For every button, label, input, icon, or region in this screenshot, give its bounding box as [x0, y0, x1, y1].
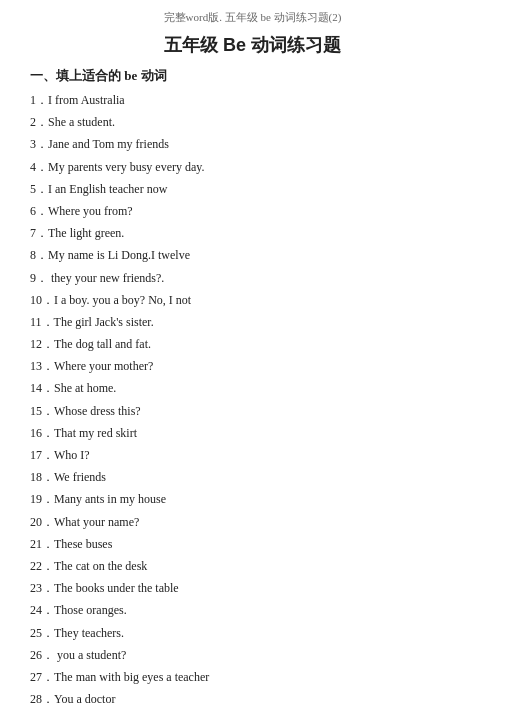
section1: 一、填上适合的 be 动词 1．I from Australia2．She a … [30, 67, 475, 714]
exercise-list-1: 1．I from Australia2．She a student.3．Jane… [30, 91, 475, 714]
list-item: 21．These buses [30, 535, 475, 554]
list-item: 26． you a student? [30, 646, 475, 665]
list-item: 17．Who I? [30, 446, 475, 465]
list-item: 13．Where your mother? [30, 357, 475, 376]
list-item: 18．We friends [30, 468, 475, 487]
list-item: 22．The cat on the desk [30, 557, 475, 576]
list-item: 8．My name is Li Dong.I twelve [30, 246, 475, 265]
list-item: 16．That my red skirt [30, 424, 475, 443]
list-item: 4．My parents very busy every day. [30, 158, 475, 177]
list-item: 12．The dog tall and fat. [30, 335, 475, 354]
list-item: 15．Whose dress this? [30, 402, 475, 421]
list-item: 19．Many ants in my house [30, 490, 475, 509]
list-item: 28．You a doctor [30, 690, 475, 709]
list-item: 5．I an English teacher now [30, 180, 475, 199]
list-item: 23．The books under the table [30, 579, 475, 598]
list-item: 9． they your new friends?. [30, 269, 475, 288]
section1-title: 一、填上适合的 be 动词 [30, 67, 475, 85]
list-item: 2．She a student. [30, 113, 475, 132]
list-item: 10．I a boy. you a boy? No, I not [30, 291, 475, 310]
list-item: 14．She at home. [30, 379, 475, 398]
list-item: 7．The light green. [30, 224, 475, 243]
list-item: 24．Those oranges. [30, 601, 475, 620]
list-item: 3．Jane and Tom my friends [30, 135, 475, 154]
list-item: 1．I from Australia [30, 91, 475, 110]
list-item: 11．The girl Jack's sister. [30, 313, 475, 332]
list-item: 25．They teachers. [30, 624, 475, 643]
list-item: 6．Where you from? [30, 202, 475, 221]
page-header: 完整word版. 五年级 be 动词练习题(2) [30, 10, 475, 25]
list-item: 27．The man with big eyes a teacher [30, 668, 475, 687]
list-item: 20．What your name? [30, 513, 475, 532]
main-title: 五年级 Be 动词练习题 [30, 33, 475, 57]
